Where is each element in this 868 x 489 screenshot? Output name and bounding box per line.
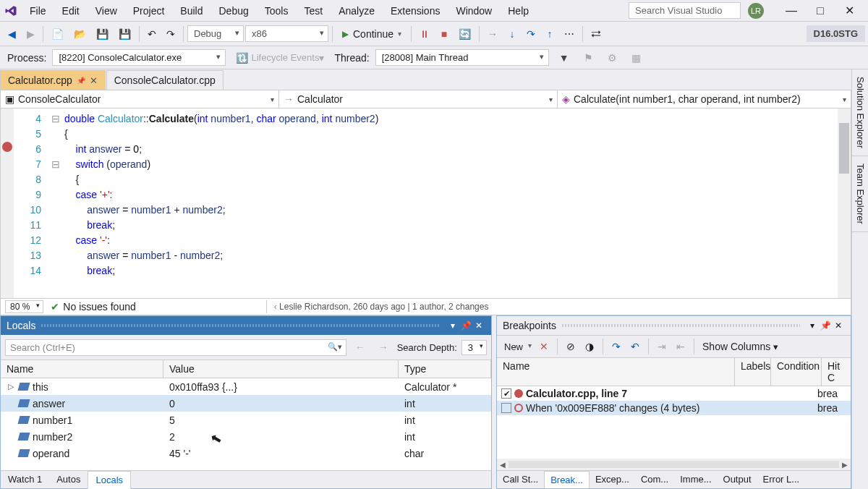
panel-close-icon[interactable]: ✕ <box>472 319 485 332</box>
codelens-info[interactable]: Leslie Richardson, 260 days ago | 1 auth… <box>266 300 496 313</box>
open-file-icon[interactable]: 📂 <box>69 25 90 43</box>
stack-frame-icon[interactable]: ▦ <box>627 48 645 67</box>
col-name[interactable]: Name <box>1 360 163 378</box>
bp-col-condition[interactable]: Condition <box>771 358 822 386</box>
expand-icon[interactable]: ▷ <box>7 382 15 391</box>
panel-tab-locals[interactable]: Locals <box>88 471 131 489</box>
bp-col-name[interactable]: Name <box>497 358 735 386</box>
save-icon[interactable]: 💾 <box>92 25 113 43</box>
filter-icon[interactable]: ▼ <box>555 48 574 67</box>
locals-row[interactable]: answer0int <box>1 395 491 412</box>
panel-tab-imme-[interactable]: Imme... <box>674 471 717 488</box>
breakpoint-checkbox[interactable]: ✔ <box>501 388 511 399</box>
locals-search-input[interactable]: Search (Ctrl+E) <box>5 339 346 356</box>
live-share-icon[interactable]: ⮂ <box>587 25 605 43</box>
redo-icon[interactable]: ↷ <box>162 25 179 43</box>
locals-row[interactable]: ▷this0x010ffa93 {...}Calculator * <box>1 378 491 395</box>
search-prev-icon[interactable]: ← <box>351 338 370 357</box>
locals-grid[interactable]: ↖ ▷this0x010ffa93 {...}Calculator *answe… <box>1 378 491 470</box>
show-next-statement-icon[interactable]: → <box>483 25 502 43</box>
nav-scope-dropdown[interactable]: ▣ ConsoleCalculator <box>1 90 279 108</box>
panel-dropdown-icon[interactable]: ▾ <box>446 319 459 332</box>
nav-member-dropdown[interactable]: ◈ Calculate(int number1, char operand, i… <box>558 90 851 108</box>
close-tab-icon[interactable]: ✕ <box>90 75 98 86</box>
more-debug-icon[interactable]: ⋯ <box>560 25 579 43</box>
threads-icon[interactable]: ⚙ <box>603 48 621 67</box>
delete-all-icon[interactable]: ⊘ <box>563 339 579 354</box>
locals-row[interactable]: number22int <box>1 428 491 445</box>
toggle-all-icon[interactable]: ◑ <box>582 339 597 354</box>
code-text[interactable]: double Calculator::Calculate(int number1… <box>61 109 851 298</box>
panel-tab-autos[interactable]: Autos <box>49 471 88 488</box>
col-value[interactable]: Value <box>163 360 399 378</box>
goto-disasm-icon[interactable]: ⇤ <box>673 339 689 354</box>
user-avatar[interactable]: LR <box>748 3 764 19</box>
pin-icon[interactable]: 📌 <box>77 77 85 85</box>
code-editor[interactable]: 4567891011121314 ⊟⊟ double Calculator::C… <box>0 109 851 298</box>
breakpoints-header[interactable]: Breakpoints ▾ 📌 ✕ <box>497 316 851 336</box>
menu-debug[interactable]: Debug <box>211 1 257 20</box>
maximize-button[interactable]: □ <box>806 1 835 21</box>
panel-close-icon[interactable]: ✕ <box>832 319 845 332</box>
solution-config-dropdown[interactable]: Debug <box>187 25 244 42</box>
break-all-icon[interactable]: ⏸ <box>415 25 434 43</box>
step-over-icon[interactable]: ↷ <box>522 25 540 43</box>
side-tab-solution-explorer[interactable]: Solution Explorer <box>852 69 868 156</box>
breakpoints-list[interactable]: ✔Calculator.cpp, line 7breaWhen '0x009EF… <box>497 386 851 470</box>
horizontal-scrollbar[interactable]: ◀▶ <box>497 459 851 470</box>
nav-forward-button[interactable]: ▶ <box>22 25 39 43</box>
breakpoint-row[interactable]: ✔Calculator.cpp, line 7brea <box>497 386 851 401</box>
fold-column[interactable]: ⊟⊟ <box>51 109 61 298</box>
tab-consolecalculator-cpp[interactable]: ConsoleCalculator.cpp <box>106 70 224 90</box>
panel-pin-icon[interactable]: 📌 <box>459 319 472 332</box>
menu-view[interactable]: View <box>88 1 125 20</box>
process-dropdown[interactable]: [8220] ConsoleCalculator.exe <box>52 49 226 66</box>
menu-test[interactable]: Test <box>296 1 331 20</box>
bp-col-labels[interactable]: Labels <box>735 358 771 386</box>
locals-header[interactable]: Locals ▾ 📌 ✕ <box>1 316 491 335</box>
locals-row[interactable]: number15int <box>1 412 491 428</box>
import-icon[interactable]: ↶ <box>627 339 643 354</box>
continue-button[interactable]: ▶ Continue ▾ <box>336 26 407 42</box>
nav-back-button[interactable]: ◀ <box>3 25 20 43</box>
panel-pin-icon[interactable]: 📌 <box>819 319 832 332</box>
panel-tab-excep-[interactable]: Excep... <box>590 471 635 488</box>
lifecycle-events-icon[interactable]: 🔃 Lifecycle Events ▾ <box>231 48 328 67</box>
side-tab-team-explorer[interactable]: Team Explorer <box>852 156 868 232</box>
breakpoint-row[interactable]: When '0x009EF888' changes (4 bytes)brea <box>497 401 851 415</box>
menu-analyze[interactable]: Analyze <box>331 1 383 20</box>
stop-icon[interactable]: ■ <box>435 25 453 43</box>
breakpoint-glyph-icon[interactable] <box>2 142 12 152</box>
export-icon[interactable]: ↷ <box>608 339 624 354</box>
col-type[interactable]: Type <box>399 360 491 378</box>
search-input[interactable]: Search Visual Studio <box>629 2 741 19</box>
menu-window[interactable]: Window <box>448 1 500 20</box>
zoom-dropdown[interactable]: 80 % <box>5 300 43 313</box>
menu-file[interactable]: File <box>22 1 54 20</box>
menu-help[interactable]: Help <box>500 1 537 20</box>
restart-icon[interactable]: 🔄 <box>454 25 475 43</box>
tab-calculator-cpp[interactable]: Calculator.cpp📌✕ <box>0 70 106 90</box>
panel-tab-error-l-[interactable]: Error L... <box>757 471 806 488</box>
show-columns-dropdown[interactable]: Show Columns ▾ <box>699 339 781 354</box>
bp-col-hit[interactable]: Hit C <box>822 358 851 386</box>
menu-tools[interactable]: Tools <box>257 1 297 20</box>
search-next-icon[interactable]: → <box>374 338 393 357</box>
step-into-icon[interactable]: ↓ <box>503 25 521 43</box>
locals-row[interactable]: operand45 '-'char <box>1 445 491 462</box>
menu-extensions[interactable]: Extensions <box>383 1 448 20</box>
undo-icon[interactable]: ↶ <box>143 25 161 43</box>
delete-breakpoint-icon[interactable]: ✕ <box>536 339 552 354</box>
step-out-icon[interactable]: ↑ <box>541 25 558 43</box>
save-all-icon[interactable]: 💾 <box>114 25 135 43</box>
thread-dropdown[interactable]: [28008] Main Thread <box>375 49 549 66</box>
new-project-icon[interactable]: 📄 <box>47 25 68 43</box>
solution-platform-dropdown[interactable]: x86 <box>245 25 328 42</box>
panel-tab-com-[interactable]: Com... <box>635 471 674 488</box>
menu-edit[interactable]: Edit <box>54 1 88 20</box>
minimize-button[interactable]: — <box>777 1 806 21</box>
menu-project[interactable]: Project <box>125 1 173 20</box>
panel-tab-watch-1[interactable]: Watch 1 <box>1 471 49 488</box>
new-breakpoint-button[interactable]: New <box>501 340 533 354</box>
flag-icon[interactable]: ⚑ <box>579 48 597 67</box>
